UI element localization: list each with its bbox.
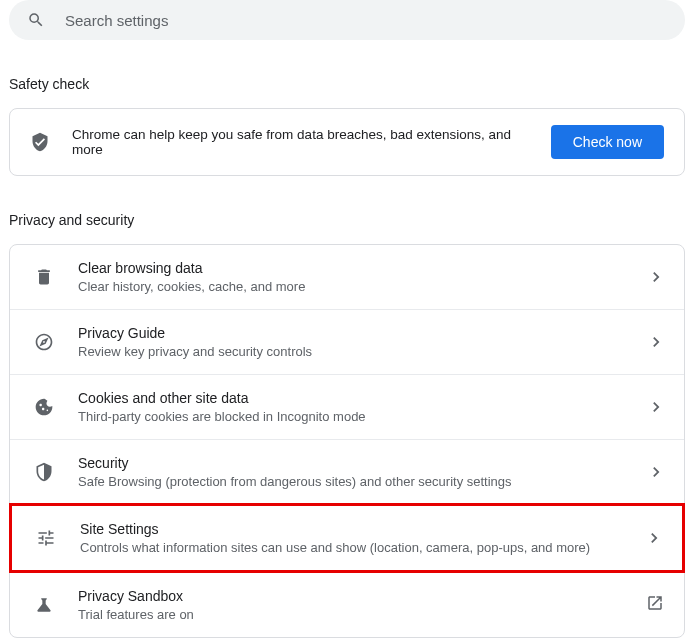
row-subtitle: Review key privacy and security controls xyxy=(78,344,624,359)
row-subtitle: Third-party cookies are blocked in Incog… xyxy=(78,409,624,424)
flask-icon xyxy=(34,595,54,615)
search-bar[interactable] xyxy=(9,0,685,40)
row-text: Cookies and other site dataThird-party c… xyxy=(78,390,624,424)
privacy-security-list: Clear browsing dataClear history, cookie… xyxy=(9,244,685,638)
sliders-icon xyxy=(36,528,56,548)
search-icon xyxy=(27,11,45,29)
chevron-right-icon xyxy=(646,533,662,543)
row-title: Privacy Sandbox xyxy=(78,588,622,604)
row-title: Site Settings xyxy=(80,521,622,537)
row-title: Security xyxy=(78,455,624,471)
row-text: Privacy SandboxTrial features are on xyxy=(78,588,622,622)
privacy-item-site-settings[interactable]: Site SettingsControls what information s… xyxy=(9,503,685,573)
chevron-right-icon xyxy=(648,337,664,347)
safety-check-card: Chrome can help keep you safe from data … xyxy=(9,108,685,176)
row-title: Cookies and other site data xyxy=(78,390,624,406)
safety-check-message: Chrome can help keep you safe from data … xyxy=(72,127,529,157)
row-text: Privacy GuideReview key privacy and secu… xyxy=(78,325,624,359)
row-subtitle: Trial features are on xyxy=(78,607,622,622)
search-input[interactable] xyxy=(65,12,667,29)
privacy-item-privacy-guide[interactable]: Privacy GuideReview key privacy and secu… xyxy=(10,309,684,374)
row-subtitle: Clear history, cookies, cache, and more xyxy=(78,279,624,294)
cookie-icon xyxy=(34,397,54,417)
safety-check-row: Chrome can help keep you safe from data … xyxy=(10,109,684,175)
row-text: SecuritySafe Browsing (protection from d… xyxy=(78,455,624,489)
privacy-security-heading: Privacy and security xyxy=(9,212,694,228)
chevron-right-icon xyxy=(648,467,664,477)
safety-check-heading: Safety check xyxy=(9,76,694,92)
row-title: Privacy Guide xyxy=(78,325,624,341)
compass-icon xyxy=(34,332,54,352)
row-text: Clear browsing dataClear history, cookie… xyxy=(78,260,624,294)
row-title: Clear browsing data xyxy=(78,260,624,276)
check-now-button[interactable]: Check now xyxy=(551,125,664,159)
privacy-item-privacy-sandbox[interactable]: Privacy SandboxTrial features are on xyxy=(10,572,684,637)
row-text: Site SettingsControls what information s… xyxy=(80,521,622,555)
trash-icon xyxy=(34,267,54,287)
chevron-right-icon xyxy=(648,402,664,412)
chevron-right-icon xyxy=(648,272,664,282)
external-link-icon xyxy=(646,594,664,616)
row-subtitle: Safe Browsing (protection from dangerous… xyxy=(78,474,624,489)
privacy-item-security[interactable]: SecuritySafe Browsing (protection from d… xyxy=(10,439,684,504)
row-subtitle: Controls what information sites can use … xyxy=(80,540,622,555)
shield-check-icon xyxy=(30,132,50,152)
privacy-item-cookies-and-other-site-data[interactable]: Cookies and other site dataThird-party c… xyxy=(10,374,684,439)
privacy-item-clear-browsing-data[interactable]: Clear browsing dataClear history, cookie… xyxy=(10,245,684,309)
shield-icon xyxy=(34,462,54,482)
